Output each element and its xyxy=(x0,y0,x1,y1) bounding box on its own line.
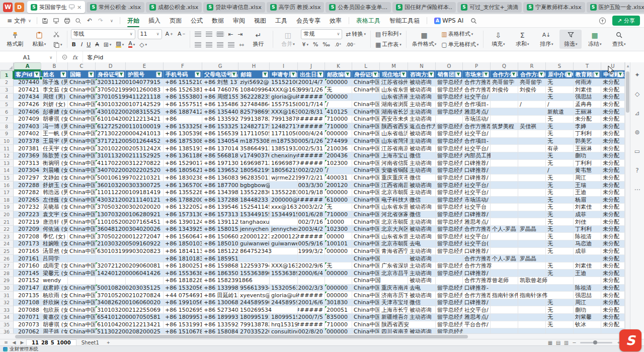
cell-B10[interactable]: 王晨宇 (男 xyxy=(41,138,68,145)
wrap-text-button[interactable]: ↵ 换行 xyxy=(247,30,269,49)
cell-O35[interactable]: 留学总经办 xyxy=(436,321,463,329)
filter-button[interactable] xyxy=(290,71,296,77)
cell-U5[interactable]: 未分配 xyxy=(601,101,625,109)
cell-S32[interactable]: 无 xyxy=(546,299,574,307)
cell-Q15[interactable] xyxy=(491,174,518,182)
sheet-list-icon[interactable]: ≡ xyxy=(2,340,10,345)
justify-button[interactable] xyxy=(227,42,235,47)
cell-G10[interactable]: +86 1340540988 xyxy=(202,138,238,145)
align-middle-button[interactable] xyxy=(205,32,213,37)
cell-O10[interactable]: 留学总经办 xyxy=(436,138,463,145)
header-cell-J[interactable]: 出生日期 xyxy=(298,70,325,79)
cell-K25[interactable]: 000000 xyxy=(325,248,352,255)
row-header-12[interactable]: 12 xyxy=(0,152,14,160)
cell-U23[interactable]: 未分配 xyxy=(601,233,625,240)
cell-J36[interactable]: 2002/8/20 xyxy=(298,328,325,333)
cell-P24[interactable]: 社交平台( xyxy=(463,240,491,248)
cell-I14[interactable]: 180562199 xyxy=(270,167,298,174)
cell-N35[interactable] xyxy=(408,321,436,329)
cell-S3[interactable]: 无 xyxy=(546,86,574,94)
cell-R19[interactable] xyxy=(518,204,546,211)
panel-bug-icon[interactable]: ⊚ xyxy=(630,126,644,139)
cell-U26[interactable]: 未分配 xyxy=(601,255,625,262)
menu-item-工具[interactable]: 工具 xyxy=(271,14,292,27)
cell-A23[interactable]: 207208 xyxy=(14,233,41,240)
cell-H19[interactable]: 152541145 xyxy=(238,204,270,211)
cell-N23[interactable]: 主动咨询 xyxy=(408,233,436,240)
cell-H10[interactable]: m1875308 xyxy=(238,138,270,145)
font-size-select[interactable]: 11∨ xyxy=(138,29,162,39)
cell-C28[interactable]: China中国 xyxy=(68,270,96,277)
cell-J35[interactable]: ######## xyxy=(298,321,325,329)
cell-K13[interactable]: 102300 xyxy=(325,160,352,167)
cell-G15[interactable]: +86 1360831276 xyxy=(202,174,238,182)
cell-I23[interactable]: z20001227 xyxy=(270,233,298,240)
cell-A28[interactable]: 207145 xyxy=(14,270,41,277)
cell-J16[interactable]: 2003/3/30 xyxy=(298,182,325,189)
cell-B23[interactable]: 季忆 (女) xyxy=(41,233,68,240)
cell-M23[interactable]: 山东省东营 xyxy=(380,233,408,240)
cell-C16[interactable]: China中国 xyxy=(68,182,96,189)
cell-C29[interactable] xyxy=(68,277,96,285)
cell-T2[interactable]: 何雨涛 xyxy=(574,79,601,86)
cell-N17[interactable]: 主动咨询 xyxy=(408,189,436,197)
cell-L9[interactable]: China中国 xyxy=(352,130,380,138)
cell-U3[interactable]: 未分配 xyxy=(601,86,625,94)
row-header-7[interactable]: 7 xyxy=(0,116,14,123)
cell-M32[interactable]: 天津市宝坻 xyxy=(380,299,408,307)
menu-item-审阅[interactable]: 审阅 xyxy=(228,14,250,27)
align-right-button[interactable] xyxy=(216,42,224,47)
zoom-out-icon[interactable]: − xyxy=(570,340,578,345)
cell-L3[interactable]: China中国 xyxy=(352,86,380,94)
cell-K4[interactable]: 000000 xyxy=(325,94,352,101)
cell-P21[interactable]: 雅思考点/ xyxy=(463,218,491,226)
cell-T21[interactable]: 刘佳 xyxy=(574,218,601,226)
cell-S21[interactable]: 无 xyxy=(546,218,574,226)
cell-F33[interactable]: +86 15026953 xyxy=(164,306,202,314)
column-header-B[interactable]: B xyxy=(41,62,68,70)
cell-H32[interactable]: 244589596 xyxy=(238,299,270,307)
cell-O24[interactable]: 留学总经办 xyxy=(436,240,463,248)
borders-button[interactable]: ⊞▾ xyxy=(103,41,113,48)
cell-J31[interactable]: ######## xyxy=(298,292,325,299)
cell-P8[interactable]: 合作方推荐 xyxy=(463,123,491,131)
header-cell-B[interactable]: 姓名 xyxy=(41,70,68,79)
cell-B32[interactable]: 舒欣娴 (女 xyxy=(41,299,68,307)
cell-B31[interactable]: 杨欣雨 (女 xyxy=(41,292,68,299)
cell-J34[interactable]: 2000/7/5 xyxy=(298,314,325,321)
cell-D36[interactable]: 511302200208200025 xyxy=(96,328,126,333)
cell-H7[interactable]: 799138782 xyxy=(238,116,270,123)
cell-U28[interactable]: 未分配 xyxy=(601,270,625,277)
cell-Q4[interactable] xyxy=(491,94,518,101)
cell-K34[interactable]: 835000 xyxy=(325,314,352,321)
print-icon[interactable] xyxy=(62,16,73,26)
column-header-Q[interactable]: Q xyxy=(491,62,518,70)
cell-F4[interactable]: +86 15538019 xyxy=(164,94,202,101)
cell-N5[interactable]: 主动咨询 xyxy=(408,101,436,109)
cell-P12[interactable]: 内部员工推 xyxy=(463,152,491,160)
filter-button[interactable] xyxy=(195,71,201,77)
column-header-G[interactable]: G xyxy=(202,62,238,70)
cell-P19[interactable]: 社交平台 xyxy=(463,204,491,211)
cell-I26[interactable] xyxy=(270,255,298,262)
distribute-button[interactable]: ⇿ xyxy=(238,41,245,48)
increase-indent-button[interactable]: ⇥ xyxy=(236,31,244,38)
cell-G16[interactable]: +86 1877000215 xyxy=(202,182,238,189)
cell-F3[interactable]: +86 15263810 xyxy=(164,86,202,94)
cell-L25[interactable]: China中国 xyxy=(352,248,380,255)
cell-A19[interactable]: 207232 xyxy=(14,204,41,211)
clear-format-button[interactable]: ◇▾ xyxy=(138,41,148,48)
cell-D24[interactable]: 210303200509160922 xyxy=(96,240,126,248)
cell-G21[interactable]: +86 1391129694 xyxy=(202,218,238,226)
cell-T4[interactable]: 强思喆 xyxy=(574,94,601,101)
cell-B13[interactable]: 衡琬明 (女 xyxy=(41,160,68,167)
cell-N19[interactable]: 被动咨询 xyxy=(408,204,436,211)
cell-L35[interactable]: China中国 xyxy=(352,321,380,329)
cell-L7[interactable]: China中国 xyxy=(352,116,380,123)
cell-G31[interactable]: +86 田延岭13954 xyxy=(202,292,238,299)
row-header-36[interactable]: 36 xyxy=(0,328,14,333)
cell-Q25[interactable] xyxy=(491,248,518,255)
cell-T36[interactable] xyxy=(574,328,601,333)
cell-R30[interactable] xyxy=(518,285,546,292)
cell-J4[interactable]: ######### xyxy=(298,94,325,101)
